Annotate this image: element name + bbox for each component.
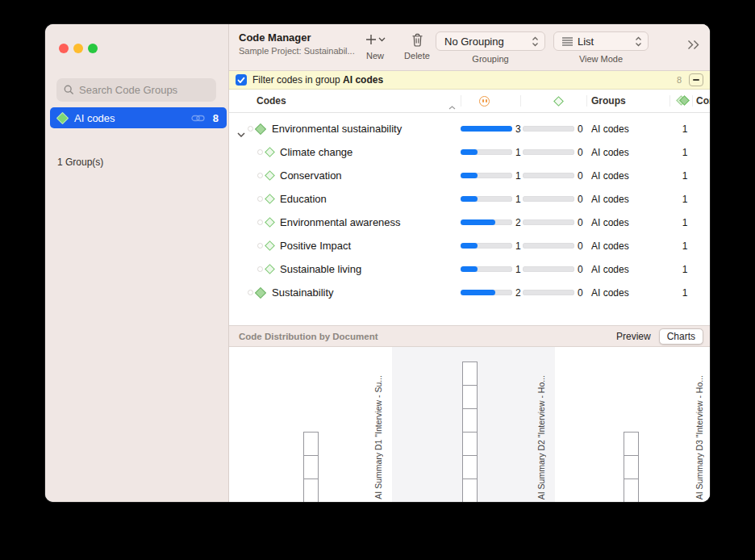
chart-bar-segment-divider xyxy=(624,479,638,479)
coded-segments-bar xyxy=(461,149,512,155)
activation-bar xyxy=(523,196,574,202)
code-group-cell: AI codes xyxy=(591,217,629,228)
coded-segments-bar xyxy=(461,173,512,178)
code-icon xyxy=(265,264,275,274)
code-group-count-badge: 8 xyxy=(213,112,219,124)
documents-count-cell: 1 xyxy=(678,287,691,299)
sidebar: Search Code Groups AI codes 8 1 Group(s) xyxy=(45,24,229,502)
chart-bar-segment-divider xyxy=(463,455,477,456)
code-group-cell: AI codes xyxy=(591,194,629,205)
coded-segments-bar-fill xyxy=(461,196,478,202)
zoom-window-button[interactable] xyxy=(88,44,98,53)
code-name: Sustainability xyxy=(272,286,334,299)
chevron-down-icon[interactable] xyxy=(378,37,386,42)
documents-count-cell: 1 xyxy=(678,170,691,182)
chart-bar-segment-divider xyxy=(304,479,318,479)
sidebar-item-ai-codes[interactable]: AI codes 8 xyxy=(50,107,227,128)
chart-bar-segment-divider xyxy=(463,385,477,386)
documents-count-cell: 1 xyxy=(678,123,691,135)
sort-ascending-icon[interactable] xyxy=(448,98,456,113)
tab-preview[interactable]: Preview xyxy=(608,328,659,345)
coded-segments-count: 2 xyxy=(515,217,521,228)
code-distribution-chart: AI Summary D1 "Interview - Su...AI Summa… xyxy=(229,347,710,502)
table-row[interactable]: Environmental sustainability30AI codes1 xyxy=(229,117,710,140)
new-code-button[interactable] xyxy=(365,31,386,48)
filter-text: Filter codes in group AI codes xyxy=(252,74,383,86)
table-row[interactable]: Climate change10AI codes1 xyxy=(229,140,710,164)
table-row[interactable]: Sustainability20AI codes1 xyxy=(229,281,710,304)
code-color-ring xyxy=(257,173,263,178)
activation-bar xyxy=(523,266,574,272)
code-group-cell: AI codes xyxy=(591,147,629,158)
filter-checkbox[interactable] xyxy=(236,74,247,86)
documents-column-icon[interactable] xyxy=(678,96,690,106)
chart-bar-segment-divider xyxy=(304,455,318,456)
link-icon xyxy=(191,115,205,122)
code-icon xyxy=(265,194,275,204)
chart-bar[interactable] xyxy=(624,432,639,502)
code-group-cell: AI codes xyxy=(591,170,629,182)
code-icon xyxy=(255,123,266,135)
project-subtitle: Sample Project: Sustainabil... xyxy=(239,46,355,56)
chart-bar[interactable] xyxy=(303,432,319,502)
group-count-footer: 1 Group(s) xyxy=(57,157,103,168)
activation-count: 0 xyxy=(578,240,583,252)
minimize-window-button[interactable] xyxy=(73,44,83,53)
code-name: Sustainable living xyxy=(280,263,361,275)
chart-axis-label: AI Summary D3 "Interview - Ho... xyxy=(695,375,704,499)
column-header-groups[interactable]: Groups xyxy=(591,95,626,107)
activation-count: 0 xyxy=(578,170,583,182)
tab-charts[interactable]: Charts xyxy=(659,328,703,345)
codes-table-body: Environmental sustainability30AI codes1C… xyxy=(229,113,710,325)
column-header-codes[interactable]: Codes xyxy=(257,95,286,107)
toolbar-overflow-button[interactable] xyxy=(686,39,700,53)
code-name: Environmental awareness xyxy=(280,216,401,228)
activation-count: 0 xyxy=(578,147,583,158)
collapse-filter-button[interactable] xyxy=(689,73,703,86)
activation-bar xyxy=(523,126,574,132)
coded-segments-bar xyxy=(461,243,512,249)
code-name: Positive Impact xyxy=(280,240,351,252)
code-group-cell: AI codes xyxy=(591,264,629,275)
code-icon xyxy=(265,170,275,181)
delete-button[interactable] xyxy=(411,31,423,48)
coded-segments-bar-fill xyxy=(461,243,478,249)
code-color-ring xyxy=(257,196,263,202)
documents-count-cell: 1 xyxy=(678,264,691,275)
coded-segments-bar xyxy=(461,126,512,132)
code-group-icon xyxy=(56,111,69,124)
toolbar: Code Manager Sample Project: Sustainabil… xyxy=(229,24,710,71)
search-code-groups-input[interactable]: Search Code Groups xyxy=(56,78,216,102)
activation-column-icon[interactable] xyxy=(553,96,564,107)
table-row[interactable]: Education10AI codes1 xyxy=(229,187,710,211)
code-icon xyxy=(265,217,275,228)
table-row[interactable]: Environmental awareness20AI codes1 xyxy=(229,211,710,234)
close-window-button[interactable] xyxy=(59,44,69,53)
coded-segments-bar-fill xyxy=(461,126,512,132)
coded-segments-count: 1 xyxy=(515,170,521,182)
code-icon xyxy=(265,147,275,157)
code-color-ring xyxy=(248,126,253,132)
table-row[interactable]: Sustainable living10AI codes1 xyxy=(229,257,710,281)
table-row[interactable]: Conservation10AI codes1 xyxy=(229,164,710,187)
search-placeholder: Search Code Groups xyxy=(79,84,177,96)
trash-icon xyxy=(411,33,423,47)
activation-count: 0 xyxy=(578,287,583,299)
filter-group-name: AI codes xyxy=(343,74,383,86)
code-icon xyxy=(265,240,275,251)
table-row[interactable]: Positive Impact10AI codes1 xyxy=(229,234,710,257)
disclosure-chevron-icon[interactable] xyxy=(237,126,245,140)
coded-segments-bar xyxy=(461,290,512,295)
grouping-select[interactable]: No Grouping xyxy=(436,31,545,51)
coded-segments-count: 1 xyxy=(515,240,521,252)
grouping-control: No Grouping Grouping xyxy=(436,31,545,64)
coded-segments-count: 1 xyxy=(515,194,521,205)
column-header-comment[interactable]: Com xyxy=(696,95,710,107)
code-name: Climate change xyxy=(280,146,352,158)
coded-segments-column-icon[interactable] xyxy=(479,96,490,107)
view-mode-select[interactable]: List xyxy=(553,31,649,51)
coded-segments-bar xyxy=(461,266,512,272)
chart-bar[interactable] xyxy=(462,361,478,502)
list-icon xyxy=(562,37,573,46)
view-mode-label: View Mode xyxy=(579,54,623,64)
